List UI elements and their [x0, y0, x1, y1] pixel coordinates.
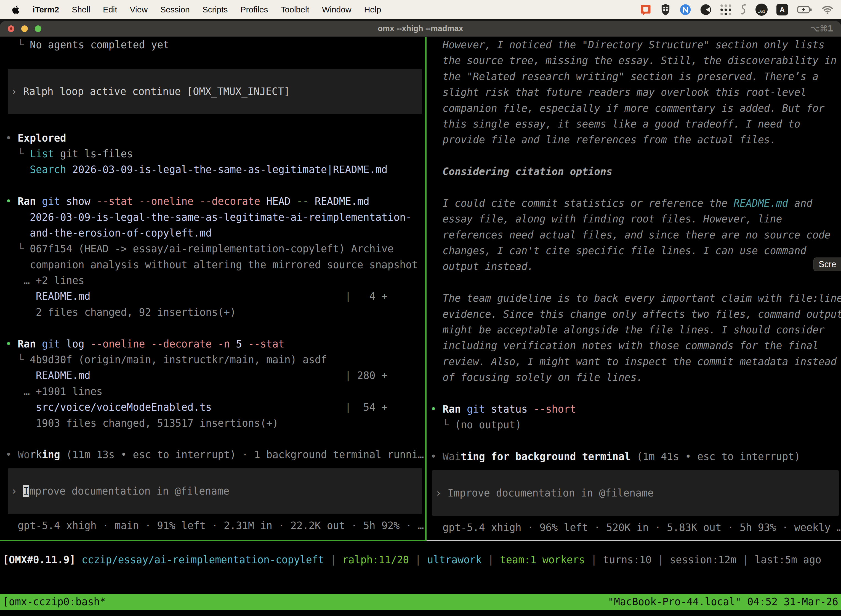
shield-icon[interactable]: [660, 4, 671, 16]
text-segment: [91, 195, 97, 207]
text-segment: [60, 195, 66, 207]
text-segment: gpt-5.4 xhigh · main · 91% left · 2.31M …: [6, 520, 424, 532]
terminal-line: 2 files changed, 92 insertions(+): [6, 304, 424, 320]
reasoning-line: I could cite commit statistics or refere…: [431, 195, 841, 211]
box-line: › Ralph loop active continue [OMX_TMUX_I…: [11, 84, 422, 99]
text-segment: ›: [11, 485, 23, 497]
text-segment: •: [6, 195, 18, 207]
text-segment: --oneline: [139, 195, 194, 207]
letter-a-badge[interactable]: A: [777, 4, 788, 15]
text-segment: [309, 195, 315, 207]
text-segment: git: [467, 403, 485, 415]
text-segment: |: [736, 554, 755, 566]
tmux-pane-left[interactable]: └ No agents completed yet› Ralph loop ac…: [0, 37, 424, 534]
text-segment: └: [6, 39, 30, 51]
reasoning-line: this single essay, it seems like a good …: [431, 116, 841, 132]
text-segment: [84, 338, 91, 350]
blank-line: [431, 433, 841, 449]
box-line: › Improve documentation in @filename: [435, 485, 839, 501]
text-segment: might be acceptable alongside the file l…: [431, 324, 825, 336]
text-segment: I: [23, 485, 29, 497]
terminal-line: 1903 files changed, 513517 insertions(+): [6, 415, 424, 431]
blue-badge-icon[interactable]: [680, 4, 691, 15]
injected-message-box: › Ralph loop active continue [OMX_TMUX_I…: [8, 69, 422, 114]
text-segment: •: [6, 132, 18, 144]
text-segment: | 54 +: [212, 401, 387, 413]
chat-icon[interactable]: [640, 4, 652, 15]
battery-icon[interactable]: [797, 4, 812, 15]
menubar-status-icons: ..61 A: [640, 4, 834, 16]
battery-percent-badge[interactable]: ..61: [756, 4, 768, 16]
text-segment: 2 files changed, 92 insertions(+): [6, 307, 236, 318]
menu-window[interactable]: Window: [322, 5, 352, 14]
text-segment: … +2 lines: [6, 274, 84, 286]
blank-line: [431, 180, 841, 195]
text-segment: [527, 403, 533, 415]
reasoning-line: might be acceptable alongside the file l…: [431, 322, 841, 338]
text-segment: src/voice/voiceModeEnabled.ts: [6, 401, 212, 413]
text-segment: └: [6, 243, 30, 255]
text-segment: No agents completed yet: [30, 39, 169, 51]
text-segment: companion analysis without altering the …: [6, 259, 418, 271]
wifi-icon[interactable]: [821, 4, 834, 15]
menu-toolbelt[interactable]: Toolbelt: [281, 5, 309, 14]
text-segment: evidence. Since this change only affects…: [431, 308, 841, 320]
text-segment: --stat: [97, 195, 133, 207]
menu-iterm2[interactable]: iTerm2: [32, 5, 59, 14]
text-segment: --stat: [248, 338, 284, 350]
text-segment: gpt-5.4 xhigh · 96% left · 520K in · 5.8…: [431, 522, 841, 534]
text-segment: git: [42, 195, 60, 207]
squiggle-icon[interactable]: [740, 4, 747, 16]
menu-edit[interactable]: Edit: [103, 5, 117, 14]
menu-scripts[interactable]: Scripts: [202, 5, 228, 14]
text-segment: git: [42, 338, 60, 350]
model-status-line: gpt-5.4 xhigh · 96% left · 520K in · 5.8…: [431, 520, 841, 535]
reasoning-line: the "Related research writing" section i…: [431, 69, 841, 84]
text-segment: [193, 195, 199, 207]
text-segment: the source tree, missing the essay. Stil…: [431, 55, 837, 66]
omx-status-line: [OMX#0.11.9] cczip/essay/ai-reimplementa…: [3, 552, 821, 568]
blank-line: [431, 386, 841, 401]
text-segment: [60, 338, 66, 350]
tmux-pane-right[interactable]: However, I noticed the "Directory Struct…: [426, 37, 841, 535]
close-button[interactable]: [8, 25, 14, 32]
traffic-lights: [8, 25, 41, 32]
text-segment: Ran: [18, 195, 36, 207]
text-segment: Explored: [18, 132, 66, 144]
menu-view[interactable]: View: [130, 5, 148, 14]
text-segment: └: [431, 419, 455, 431]
apple-menu-icon[interactable]: [12, 5, 20, 14]
menu-session[interactable]: Session: [160, 5, 190, 14]
explored-header-line: • Explored: [6, 130, 424, 146]
text-segment: session:12m: [670, 554, 736, 566]
menu-shell[interactable]: Shell: [72, 5, 90, 14]
reasoning-heading: Considering citation options: [431, 164, 841, 179]
text-segment: [133, 195, 139, 207]
reasoning-line: evidence. Since this change only affects…: [431, 307, 841, 322]
text-segment: ›: [11, 85, 23, 97]
text-segment: --: [297, 195, 309, 207]
text-segment: •: [6, 338, 18, 350]
text-segment: •: [431, 451, 442, 462]
blank-line: [6, 178, 424, 194]
reasoning-line: essay file, along with finding root file…: [431, 211, 841, 227]
window-title-bar[interactable]: omx --xhigh --madmax ⌥⌘1: [0, 21, 841, 37]
dots-grid-icon[interactable]: [721, 4, 731, 15]
text-segment: 2026-03-09-is-legal-the-same-as-legitima…: [6, 211, 412, 223]
terminal-line: └ 4b9d30f (origin/main, instructkr/main,…: [6, 352, 424, 368]
ran-command-line: • Ran git status --short: [431, 401, 841, 417]
zoom-button[interactable]: [35, 25, 41, 32]
text-segment: --short: [533, 403, 576, 415]
tmux-host-clock-label: "MacBook-Pro-44.local" 04:52 31-Mar-26: [608, 594, 838, 610]
prompt-input[interactable]: › Improve documentation in @filename: [8, 468, 422, 514]
waiting-status-line: • Waiting for background terminal (1m 41…: [431, 449, 841, 465]
working-status-line: • Working (11m 13s • esc to interrupt) ·…: [6, 447, 424, 462]
menu-profiles[interactable]: Profiles: [240, 5, 268, 14]
text-segment: •: [6, 449, 18, 461]
record-circle-icon[interactable]: [700, 4, 712, 15]
prompt-input[interactable]: › Improve documentation in @filename: [432, 470, 839, 516]
text-segment: (1m 41s • esc to interrupt): [630, 451, 800, 462]
minimize-button[interactable]: [21, 25, 28, 32]
terminal-line: … +2 lines: [6, 273, 424, 288]
menu-help[interactable]: Help: [364, 5, 381, 14]
